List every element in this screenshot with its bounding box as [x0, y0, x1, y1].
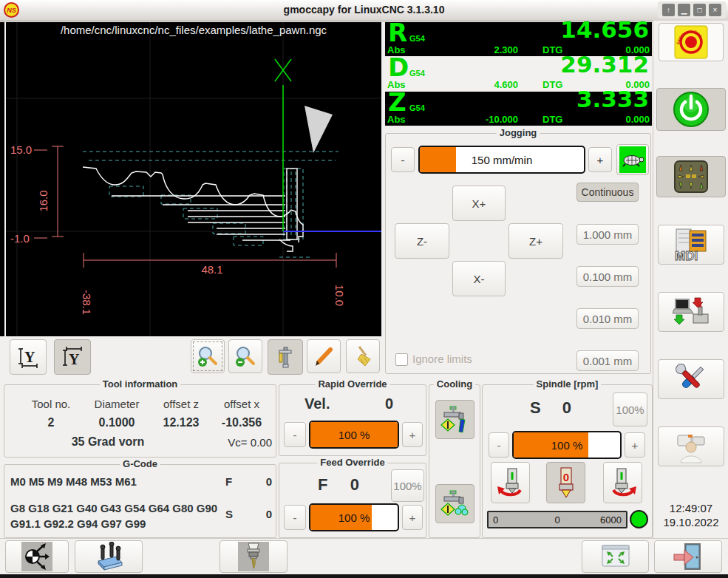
abs-value: -10.000: [444, 114, 518, 125]
touch-plate-button[interactable]: [75, 540, 143, 573]
feed-override-label: 100 %: [310, 505, 398, 530]
diameter-header: Diameter: [83, 398, 151, 410]
spindle-right-button[interactable]: [603, 462, 642, 503]
auto-mode-button[interactable]: [658, 292, 724, 332]
feed-override-bar[interactable]: 100 %: [309, 503, 399, 531]
maximize-button[interactable]: □: [693, 4, 706, 16]
dro-row-z[interactable]: Z G54 3.333 Abs -10.000 DTG 0.000: [385, 92, 652, 126]
mist-coolant-button[interactable]: [435, 484, 474, 523]
increment-001mm-button[interactable]: 0.010 mm: [576, 308, 639, 329]
tool-change-button[interactable]: [220, 540, 288, 573]
spindle-stop-button[interactable]: 0: [546, 462, 585, 503]
jog-mode-continuous-button[interactable]: Continuous: [576, 183, 639, 202]
gcode-preview[interactable]: /home/cnc/linuxcnc/nc_files/examples/lat…: [6, 22, 381, 336]
spindle-increase-button[interactable]: +: [625, 432, 645, 458]
dtg-toggle-button[interactable]: Y: [54, 339, 91, 375]
mdi-mode-button[interactable]: MDI: [658, 225, 724, 265]
rapid-decrease-button[interactable]: -: [284, 422, 306, 447]
spindle-s-label: S: [530, 398, 541, 418]
zoom-out-button[interactable]: [228, 339, 262, 373]
exit-button[interactable]: [654, 540, 722, 573]
increment-1mm-button[interactable]: 1.000 mm: [576, 224, 639, 245]
user-icon: [673, 429, 709, 463]
vel-value: 0: [361, 395, 393, 412]
feed-decrease-button[interactable]: -: [284, 505, 306, 530]
spindle-left-button[interactable]: [491, 462, 530, 503]
svg-text:Y: Y: [69, 351, 80, 367]
dtg-label: DTG: [542, 79, 562, 90]
minimize-button[interactable]: ▁: [678, 4, 690, 16]
tools-icon: [674, 362, 708, 396]
feed-value: 0: [242, 475, 272, 488]
tool-info-title: Tool information: [100, 378, 181, 390]
jog-speed-decrease-button[interactable]: -: [391, 147, 415, 172]
manual-mode-button[interactable]: [656, 156, 726, 197]
offset-x-value: -10.356: [211, 416, 272, 429]
datum-zero-icon: [21, 542, 52, 571]
cooling-title: Cooling: [434, 378, 475, 390]
zoom-in-icon: [196, 344, 220, 368]
jog-speed-bar[interactable]: 150 mm/min: [418, 146, 585, 174]
fullscreen-button[interactable]: [582, 540, 649, 573]
turtle-jog-button[interactable]: [616, 144, 649, 175]
jog-x-minus-button[interactable]: X-: [452, 261, 506, 296]
offset-z-header: offset z: [149, 398, 213, 410]
measure-button[interactable]: [268, 339, 303, 375]
window-controls: ↑ ▁ □ ×: [658, 1, 726, 18]
dim-left-label: -38.1: [81, 290, 93, 315]
exit-door-icon: [673, 542, 704, 571]
preview-edge-strip: [0, 22, 4, 336]
abs-value: 2.300: [444, 44, 518, 55]
cooling-frame: Cooling: [429, 384, 480, 538]
y-dimension-icon: Y: [16, 345, 40, 369]
shade-button[interactable]: ↑: [662, 4, 675, 16]
dim-right-label: 10.0: [333, 285, 346, 306]
zoom-in-button[interactable]: [191, 339, 225, 373]
increment-01mm-button[interactable]: 0.100 mm: [576, 266, 639, 287]
feed-f-label: F: [318, 475, 327, 494]
gmoccapy-window: NS gmoccapy for LinuxCNC 3.1.3.10 ↑ ▁ □ …: [0, 0, 728, 578]
loaded-file-path: /home/cnc/linuxcnc/nc_files/examples/lat…: [61, 24, 327, 36]
dtg-value: 0.000: [576, 114, 650, 125]
feed-increase-button[interactable]: +: [402, 505, 423, 530]
jog-z-plus-button[interactable]: Z+: [508, 223, 563, 259]
ignore-limits-checkbox[interactable]: [395, 353, 408, 366]
ignore-limits-label: Ignore limits: [412, 353, 472, 365]
jog-z-minus-button[interactable]: Z-: [395, 223, 449, 259]
offset-z-value: 12.123: [149, 416, 213, 429]
clear-plot-button[interactable]: [346, 339, 380, 373]
zoom-out-icon: [234, 344, 257, 368]
touch-plate-icon: [92, 542, 125, 571]
dim-height-label: 15.0: [10, 143, 32, 156]
rapid-increase-button[interactable]: +: [402, 422, 423, 447]
flood-coolant-button[interactable]: [435, 400, 474, 439]
spindle-reset-button[interactable]: 100%: [613, 392, 647, 426]
feed-reset-button[interactable]: 100%: [391, 469, 424, 502]
axis-letter: R: [388, 18, 407, 47]
turtle-icon: [619, 146, 646, 173]
edit-button[interactable]: [307, 339, 341, 373]
spindle-ccw-icon: [495, 466, 526, 499]
touch-off-button[interactable]: [5, 540, 69, 573]
speed-value: 0: [242, 508, 272, 520]
user-tabs-button[interactable]: [658, 426, 724, 466]
dimension-toggle-button[interactable]: Y: [10, 339, 47, 375]
settings-button[interactable]: [658, 359, 724, 399]
mdi-icon: MDI: [673, 228, 709, 262]
feed-override-frame: Feed Override F 0 100% - 100 % +: [279, 463, 426, 538]
gcode-preview-canvas[interactable]: /home/cnc/linuxcnc/nc_files/examples/lat…: [6, 22, 381, 336]
spindle-decrease-button[interactable]: -: [489, 432, 509, 458]
increment-0001mm-button[interactable]: 0.001 mm: [576, 350, 639, 371]
jog-speed-increase-button[interactable]: +: [588, 147, 612, 172]
spindle-s-value: 0: [554, 398, 571, 418]
machine-on-button[interactable]: [656, 88, 726, 131]
spindle-override-bar[interactable]: 100 %: [512, 431, 622, 459]
estop-button[interactable]: Emergency-Stop: [659, 23, 724, 61]
rapid-override-bar[interactable]: 100 %: [309, 421, 399, 449]
emergency-stop-icon: Emergency-Stop: [674, 25, 708, 59]
axis-value: 3.333: [576, 86, 649, 112]
jog-x-plus-button[interactable]: X+: [452, 186, 506, 221]
tool-description: 35 Grad vorn: [34, 435, 182, 449]
close-button[interactable]: ×: [709, 4, 721, 16]
axis-letter: D: [388, 52, 409, 82]
